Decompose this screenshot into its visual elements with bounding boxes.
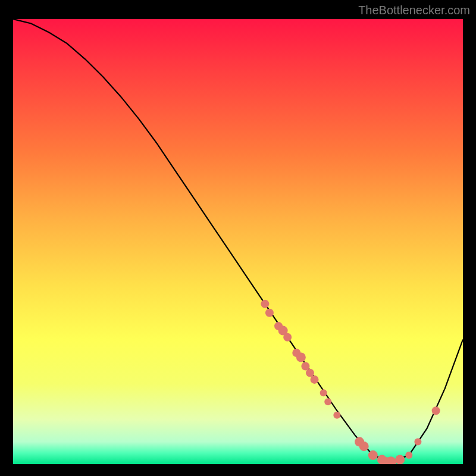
curve-marker bbox=[432, 406, 440, 415]
curve-marker bbox=[405, 452, 412, 459]
curve-marker bbox=[324, 398, 331, 405]
curve-marker bbox=[333, 412, 340, 419]
curve-marker bbox=[359, 441, 369, 451]
curve-marker bbox=[296, 352, 306, 362]
curve-marker bbox=[283, 333, 292, 342]
chart-overlay bbox=[13, 19, 463, 464]
curve-marker bbox=[395, 455, 405, 464]
curve-markers bbox=[261, 300, 440, 464]
curve-marker bbox=[368, 450, 378, 460]
curve-marker bbox=[311, 375, 319, 384]
attribution-text: TheBottlenecker.com bbox=[358, 4, 470, 17]
bottleneck-curve bbox=[13, 19, 463, 462]
curve-marker bbox=[261, 300, 269, 308]
curve-marker bbox=[414, 439, 421, 446]
curve-marker bbox=[320, 389, 327, 396]
curve-marker bbox=[265, 309, 274, 317]
plot-area bbox=[13, 19, 463, 464]
